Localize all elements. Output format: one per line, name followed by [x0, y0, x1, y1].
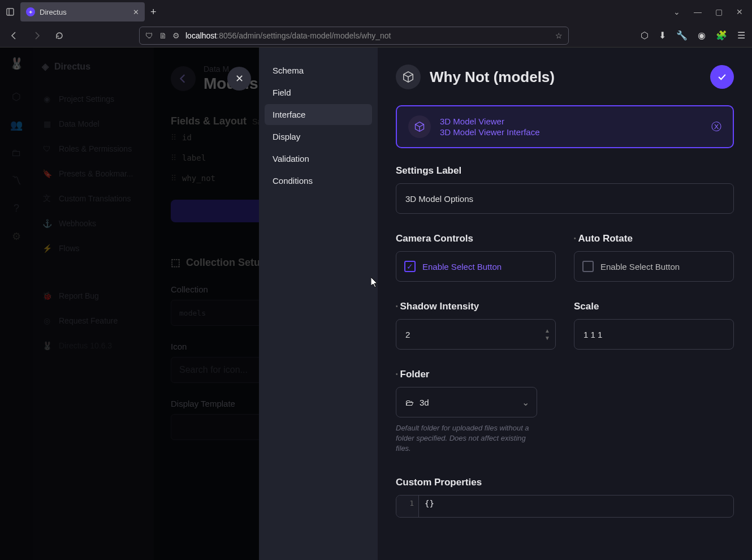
- chevron-down-icon: ⌄: [522, 397, 529, 408]
- tab-conditions[interactable]: Conditions: [265, 170, 372, 191]
- tab-display[interactable]: Display: [265, 126, 372, 147]
- close-tab-icon[interactable]: ✕: [133, 8, 139, 16]
- shadow-intensity-label: Shadow Intensity: [396, 301, 556, 312]
- browser-tab[interactable]: ✦ Directus ✕: [20, 2, 145, 21]
- pocket-icon[interactable]: ⬡: [641, 30, 649, 41]
- forward-button: [29, 28, 44, 43]
- cube-icon: [408, 115, 431, 138]
- folder-label: Folder: [396, 369, 734, 380]
- cube-icon: [396, 64, 421, 89]
- scale-label: Scale: [574, 301, 734, 312]
- url-field[interactable]: 🛡 🗎 ⚙ localhost:8056/admin/settings/data…: [139, 27, 569, 45]
- tab-title: Directus: [40, 8, 67, 16]
- favicon-icon: ✦: [26, 7, 35, 16]
- custom-properties-label: Custom Properties: [396, 477, 734, 488]
- url-path: /admin/settings/data-model/models/why_no…: [236, 31, 391, 40]
- devtools-icon[interactable]: 🔧: [676, 30, 688, 41]
- maximize-icon[interactable]: ▢: [715, 7, 723, 16]
- shadow-intensity-input[interactable]: [396, 319, 556, 350]
- folder-help-text: Default folder for uploaded files withou…: [396, 423, 537, 454]
- folder-value: 3d: [420, 398, 429, 407]
- checkbox-unchecked-icon: ✓: [582, 261, 594, 272]
- url-port: :8056: [217, 31, 236, 40]
- page-info-icon[interactable]: 🗎: [159, 31, 167, 40]
- tab-field[interactable]: Field: [265, 82, 372, 103]
- chevron-down-icon[interactable]: ▼: [544, 335, 550, 341]
- close-window-icon[interactable]: ✕: [736, 7, 743, 16]
- menu-icon[interactable]: ☰: [737, 30, 745, 41]
- camera-controls-checkbox[interactable]: ✓ Enable Select Button: [396, 251, 556, 282]
- checkbox-checked-icon: ✓: [404, 261, 416, 272]
- downloads-icon[interactable]: ⬇: [659, 30, 666, 41]
- tab-interface[interactable]: Interface: [265, 104, 372, 125]
- permissions-icon[interactable]: ⚙: [172, 31, 180, 40]
- settings-label-label: Settings Label: [396, 165, 734, 176]
- selected-title: 3D Model Viewer: [440, 117, 539, 126]
- minimize-icon[interactable]: —: [694, 7, 702, 16]
- url-host: localhost: [185, 31, 217, 40]
- tab-schema[interactable]: Schema: [265, 60, 372, 81]
- tab-validation[interactable]: Validation: [265, 148, 372, 169]
- drawer-body: Why Not (models) 3D Model Viewer 3D Mode…: [378, 48, 752, 560]
- scale-input[interactable]: [574, 319, 734, 350]
- field-config-drawer: ✕ Schema Field Interface Display Validat…: [259, 48, 752, 560]
- close-drawer-button[interactable]: ✕: [227, 67, 251, 91]
- reload-button[interactable]: [52, 28, 67, 43]
- checkbox-label: Enable Select Button: [422, 262, 502, 272]
- code-content: {}: [419, 496, 440, 517]
- folder-select[interactable]: 🗁 3d ⌄: [396, 387, 537, 417]
- new-tab-button[interactable]: +: [147, 6, 160, 18]
- custom-properties-input[interactable]: 1 {}: [396, 495, 734, 518]
- bookmark-star-icon[interactable]: ☆: [555, 31, 563, 40]
- code-gutter: 1: [396, 496, 419, 517]
- folder-icon: 🗁: [405, 398, 414, 407]
- auto-rotate-checkbox[interactable]: ✓ Enable Select Button: [574, 251, 734, 282]
- drawer-title: Why Not (models): [430, 68, 555, 86]
- browser-tabstrip: ✦ Directus ✕ + ⌄ — ▢ ✕: [0, 0, 752, 24]
- deselect-icon[interactable]: ⓧ: [711, 120, 721, 133]
- settings-label-input[interactable]: [396, 183, 734, 214]
- svg-rect-0: [7, 8, 14, 15]
- selected-interface[interactable]: 3D Model Viewer 3D Model Viewer Interfac…: [396, 105, 734, 148]
- confirm-button[interactable]: [710, 65, 734, 89]
- checkbox-label: Enable Select Button: [600, 262, 680, 272]
- back-button[interactable]: [7, 28, 21, 43]
- auto-rotate-label: Auto Rotate: [574, 233, 734, 244]
- shield-icon[interactable]: 🛡: [145, 31, 153, 40]
- number-stepper[interactable]: ▲▼: [544, 328, 550, 341]
- tab-dropdown-icon[interactable]: ⌄: [673, 7, 680, 16]
- account-icon[interactable]: ◉: [698, 30, 706, 41]
- camera-controls-label: Camera Controls: [396, 233, 556, 244]
- browser-addressbar: 🛡 🗎 ⚙ localhost:8056/admin/settings/data…: [0, 24, 752, 48]
- extensions-icon[interactable]: 🧩: [716, 30, 727, 41]
- sidebar-toggle-icon[interactable]: [5, 6, 16, 18]
- chevron-up-icon[interactable]: ▲: [544, 328, 550, 334]
- selected-subtitle: 3D Model Viewer Interface: [440, 127, 539, 137]
- drawer-tabs: Schema Field Interface Display Validatio…: [259, 48, 378, 560]
